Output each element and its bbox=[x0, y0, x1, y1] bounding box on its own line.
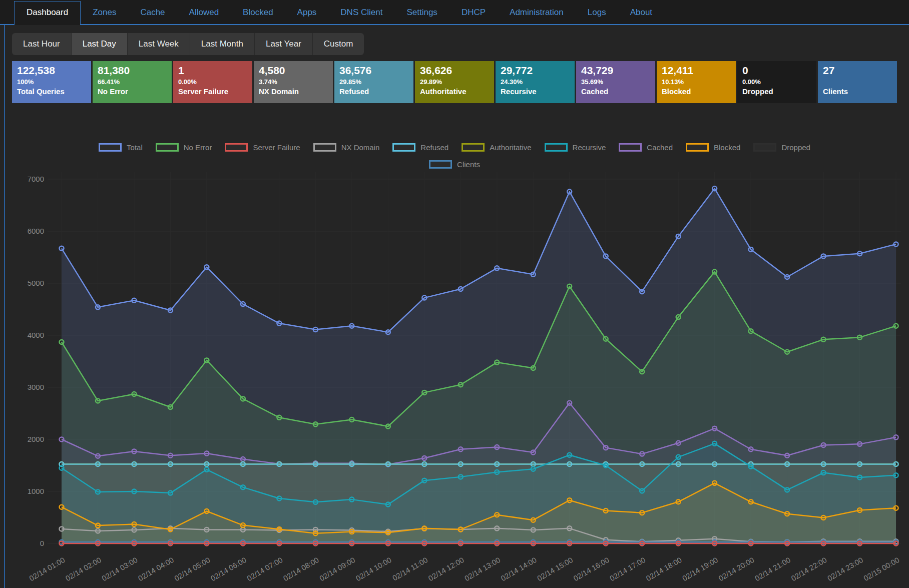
x-axis-tick-label: 02/15 00:00 bbox=[862, 555, 900, 582]
x-axis-tick-label: 02/14 23:00 bbox=[826, 555, 864, 582]
x-axis-tick-label: 02/14 10:00 bbox=[354, 555, 393, 582]
dashboard-page: DashboardZonesCacheAllowedBlockedAppsDNS… bbox=[0, 0, 909, 588]
x-axis-tick-label: 02/14 03:00 bbox=[100, 555, 139, 582]
x-axis-tick-label: 02/14 15:00 bbox=[536, 555, 574, 582]
y-axis-tick-label: 5000 bbox=[28, 279, 44, 287]
queries-line-chart: 0100020003000400050006000700002/14 01:00… bbox=[0, 0, 909, 588]
x-axis-tick-label: 02/14 08:00 bbox=[282, 555, 320, 582]
x-axis-tick-label: 02/14 01:00 bbox=[28, 555, 66, 582]
x-axis-tick-label: 02/14 20:00 bbox=[717, 555, 755, 582]
x-axis-tick-label: 02/14 04:00 bbox=[137, 555, 175, 582]
x-axis-tick-label: 02/14 05:00 bbox=[173, 555, 211, 582]
x-axis-tick-label: 02/14 12:00 bbox=[427, 555, 466, 582]
y-axis-tick-label: 0 bbox=[40, 539, 44, 547]
y-axis-tick-label: 1000 bbox=[28, 487, 44, 495]
x-axis-tick-label: 02/14 09:00 bbox=[318, 555, 356, 582]
x-axis-tick-label: 02/14 14:00 bbox=[500, 555, 538, 582]
x-axis-tick-label: 02/14 06:00 bbox=[209, 555, 248, 582]
x-axis-tick-label: 02/14 02:00 bbox=[64, 555, 103, 582]
x-axis-tick-label: 02/14 16:00 bbox=[572, 555, 611, 582]
y-axis-tick-label: 6000 bbox=[28, 227, 44, 235]
y-axis-tick-label: 2000 bbox=[28, 435, 44, 443]
x-axis-tick-label: 02/14 18:00 bbox=[644, 555, 683, 582]
x-axis-tick-label: 02/14 13:00 bbox=[463, 555, 502, 582]
x-axis-tick-label: 02/14 17:00 bbox=[608, 555, 647, 582]
x-axis-tick-label: 02/14 21:00 bbox=[753, 555, 792, 582]
x-axis-tick-label: 02/14 19:00 bbox=[681, 555, 719, 582]
y-axis-tick-label: 4000 bbox=[28, 331, 44, 339]
y-axis-tick-label: 7000 bbox=[28, 175, 44, 183]
x-axis-tick-label: 02/14 11:00 bbox=[391, 555, 429, 582]
x-axis-tick-label: 02/14 07:00 bbox=[245, 555, 284, 582]
x-axis-tick-label: 02/14 22:00 bbox=[789, 555, 828, 582]
y-axis-tick-label: 3000 bbox=[28, 383, 44, 391]
